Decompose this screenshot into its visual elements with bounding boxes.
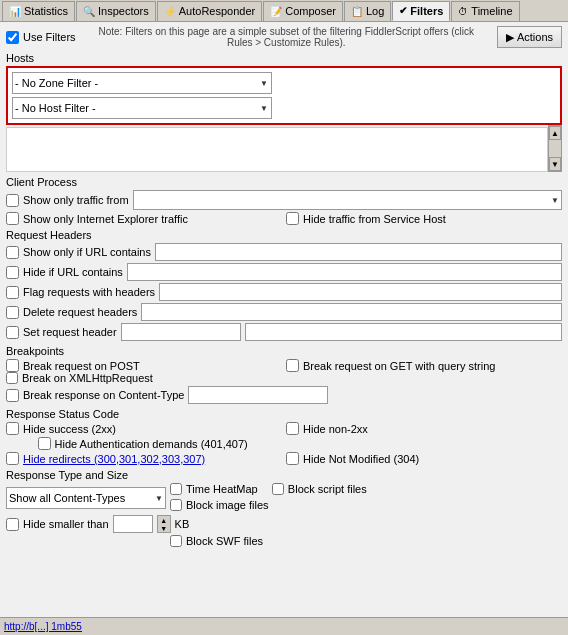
show-only-ie-col: Show only Internet Explorer traffic [6, 212, 282, 225]
hide-smaller-checkbox[interactable] [6, 518, 19, 531]
hide-auth-col [6, 438, 34, 450]
size-spinner-down[interactable]: ▼ [158, 524, 170, 532]
hide-service-host-checkbox[interactable] [286, 212, 299, 225]
break-xml-row: Break on XMLHttpRequest [6, 372, 562, 384]
size-spinner: ▲ ▼ [157, 515, 171, 533]
autoresponder-icon: ⚡ [164, 6, 176, 17]
block-image-checkbox[interactable] [170, 499, 182, 511]
actions-label: Actions [517, 31, 553, 43]
size-unit-label: KB [175, 518, 190, 530]
block-script-checkbox[interactable] [272, 483, 284, 495]
hosts-textarea-area: ▲ ▼ [6, 125, 562, 172]
flag-requests-label: Flag requests with headers [23, 286, 155, 298]
host-filter-select[interactable]: - No Host Filter - [12, 97, 272, 119]
client-process-combo[interactable] [133, 190, 562, 210]
time-heatmap-checkbox[interactable] [170, 483, 182, 495]
hide-not-modified-col: Hide Not Modified (304) [286, 452, 562, 465]
tab-composer[interactable]: 📝 Composer [263, 1, 343, 21]
time-heatmap-label: Time HeatMap [186, 483, 258, 495]
hide-not-modified-label: Hide Not Modified (304) [303, 453, 419, 465]
show-only-url-input[interactable] [155, 243, 562, 261]
hosts-label: Hosts [6, 52, 562, 64]
response-status-section: Response Status Code Hide success (2xx) … [6, 408, 562, 465]
delete-request-input[interactable] [141, 303, 562, 321]
log-icon: 📋 [351, 6, 363, 17]
delete-request-checkbox[interactable] [6, 306, 19, 319]
set-request-checkbox[interactable] [6, 326, 19, 339]
set-request-row: Set request header [6, 323, 562, 341]
show-only-url-checkbox[interactable] [6, 246, 19, 259]
zone-filter-select[interactable]: - No Zone Filter - [12, 72, 272, 94]
flag-requests-checkbox[interactable] [6, 286, 19, 299]
request-headers-label: Request Headers [6, 229, 562, 241]
status-bar-url[interactable]: http://b[...] 1mb55 [4, 621, 82, 632]
filters-icon: ✔ [399, 5, 407, 16]
show-only-traffic-checkbox[interactable] [6, 194, 19, 207]
hide-not-modified-checkbox[interactable] [286, 452, 299, 465]
block-image-label: Block image files [186, 499, 269, 511]
break-response-checkbox[interactable] [6, 389, 19, 402]
block-swf-row: Block SWF files [6, 535, 562, 547]
show-only-url-label: Show only if URL contains [23, 246, 151, 258]
inspectors-icon: 🔍 [83, 6, 95, 17]
host-filter-wrapper: - No Host Filter - [12, 97, 272, 119]
actions-icon: ▶ [506, 31, 514, 44]
set-request-input-key[interactable] [121, 323, 241, 341]
break-post-col: Break request on POST [6, 359, 282, 372]
block-script-label: Block script files [288, 483, 367, 495]
zone-filter-wrapper: - No Zone Filter - [12, 72, 272, 94]
block-swf-checkbox[interactable] [170, 535, 182, 547]
hide-non2xx-col: Hide non-2xx [286, 422, 562, 435]
hide-auth-checkbox[interactable] [38, 437, 51, 450]
size-value-input[interactable]: 1 [113, 515, 153, 533]
show-only-traffic-label: Show only traffic from [23, 194, 129, 206]
breakpoints-section: Breakpoints Break request on POST Break … [6, 345, 562, 404]
break-response-input[interactable] [188, 386, 328, 404]
break-response-label: Break response on Content-Type [23, 389, 184, 401]
show-only-url-row: Show only if URL contains [6, 243, 562, 261]
hide-smaller-row: Hide smaller than 1 ▲ ▼ KB [6, 515, 562, 533]
response-type-label: Response Type and Size [6, 469, 562, 481]
break-xml-checkbox[interactable] [6, 372, 18, 384]
break-post-checkbox[interactable] [6, 359, 19, 372]
content-type-select[interactable]: Show all Content-Types [6, 487, 166, 509]
hosts-textarea[interactable] [6, 127, 548, 172]
scrollbar-down[interactable]: ▼ [549, 157, 561, 171]
request-headers-section: Request Headers Show only if URL contain… [6, 229, 562, 341]
hide-if-url-input[interactable] [127, 263, 562, 281]
hide-if-url-checkbox[interactable] [6, 266, 19, 279]
size-spinner-up[interactable]: ▲ [158, 516, 170, 524]
hide-non2xx-checkbox[interactable] [286, 422, 299, 435]
hide-redirects-label[interactable]: Hide redirects (300,301,302,303,307) [23, 453, 205, 465]
tab-inspectors[interactable]: 🔍 Inspectors [76, 1, 156, 21]
hide-2xx-col: Hide success (2xx) [6, 422, 282, 435]
time-heatmap-row: Time HeatMap Block script files [170, 483, 562, 495]
use-filters-checkbox[interactable] [6, 31, 19, 44]
break-xml-label: Break on XMLHttpRequest [22, 372, 153, 384]
break-response-row: Break response on Content-Type [6, 386, 562, 404]
actions-button[interactable]: ▶ Actions [497, 26, 562, 48]
tab-autoresponder[interactable]: ⚡ AutoResponder [157, 1, 262, 21]
hide-smaller-label: Hide smaller than [23, 518, 109, 530]
block-options: Time HeatMap Block script files Block im… [170, 483, 562, 513]
hide-service-host-label: Hide traffic from Service Host [303, 213, 446, 225]
response-type-section: Response Type and Size Show all Content-… [6, 469, 562, 547]
flag-requests-input[interactable] [159, 283, 562, 301]
tab-statistics[interactable]: 📊 Statistics [2, 1, 75, 21]
scrollbar-up[interactable]: ▲ [549, 126, 561, 140]
tab-filters[interactable]: ✔ Filters [392, 1, 450, 21]
break-post-row: Break request on POST Break request on G… [6, 359, 562, 372]
set-request-input-value[interactable] [245, 323, 562, 341]
statistics-icon: 📊 [9, 6, 21, 17]
hide-if-url-label: Hide if URL contains [23, 266, 123, 278]
tab-log[interactable]: 📋 Log [344, 1, 391, 21]
hosts-scrollbar[interactable]: ▲ ▼ [548, 125, 562, 172]
break-get-checkbox[interactable] [286, 359, 299, 372]
use-filters-area: Use Filters [6, 31, 76, 44]
tab-timeline[interactable]: ⏱ Timeline [451, 1, 519, 21]
hide-2xx-checkbox[interactable] [6, 422, 19, 435]
composer-icon: 📝 [270, 6, 282, 17]
response-status-label: Response Status Code [6, 408, 562, 420]
show-only-ie-checkbox[interactable] [6, 212, 19, 225]
hide-redirects-checkbox[interactable] [6, 452, 19, 465]
